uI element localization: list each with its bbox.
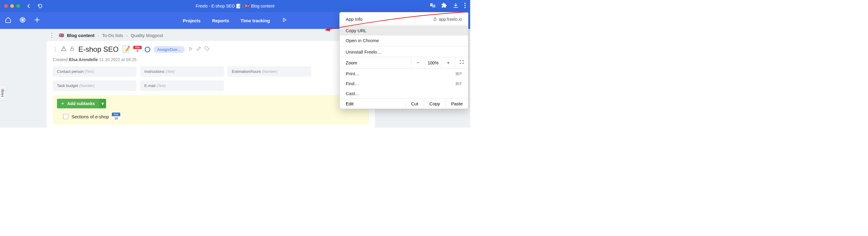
checkbox[interactable] [63,114,68,119]
flag-icon: 🇬🇧 [59,33,64,38]
breadcrumb-more-icon[interactable]: ⋮ [48,32,56,38]
task-emoji-icon: 📝 [122,45,130,53]
lock-icon[interactable] [70,46,75,53]
task-title: E-shop SEO [79,45,119,54]
translate-icon[interactable]: 文A [430,2,436,10]
field-task-budget[interactable]: Task budget(Number) [53,80,136,91]
task-meta: Created Elsa Arendelle 11.10.2022 at 09:… [53,57,369,62]
menu-print[interactable]: Print…⌘P [340,69,468,78]
menu-cast[interactable]: Cast… [340,89,468,98]
download-icon[interactable] [453,2,459,10]
zoom-level: 100% [424,58,441,68]
window-traffic-lights[interactable] [4,4,20,8]
task-more-icon[interactable]: ⋮ [53,46,58,53]
window-close-icon[interactable] [4,4,8,8]
breadcrumb-todolists[interactable]: To-Do lists [102,33,123,38]
browser-context-menu: App Info app.freelo.io Copy URL Open in … [339,12,468,109]
help-tab[interactable]: Help [0,85,6,101]
menu-app-info[interactable]: App Info app.freelo.io [340,14,468,24]
window-minimize-icon[interactable] [10,4,14,8]
field-instructions[interactable]: Instructions(Text) [140,66,224,77]
svg-point-6 [464,7,466,8]
edit-icon[interactable] [196,46,201,53]
browser-menu-icon[interactable] [464,2,466,10]
svg-rect-8 [71,48,74,50]
tag-icon[interactable] [204,46,210,53]
field-contact-person[interactable]: Contact person(Text) [53,66,136,77]
svg-point-5 [464,5,466,6]
svg-text:A: A [433,5,434,7]
svg-rect-11 [434,19,436,21]
extensions-icon[interactable] [441,2,447,10]
play-outline-icon[interactable] [188,46,193,53]
add-icon[interactable] [34,16,40,25]
zoom-out-button[interactable]: − [411,58,424,68]
menu-find[interactable]: Find…⌘F [340,78,468,89]
chevron-icon: › [98,33,99,38]
assign-due-pill[interactable]: Assign/Due… [153,46,184,53]
warning-icon[interactable] [61,46,67,53]
tab-title: Freelo - E-shop SEO 📝 : 🇬🇧 Blog content [195,4,274,8]
add-subtasks-button[interactable]: ＋ Add subtasks ▾ [57,99,106,108]
reload-button[interactable] [37,3,43,9]
date-badge[interactable]: Mar8 [133,46,142,53]
menu-paste[interactable]: Paste [445,99,468,109]
nav-reports[interactable]: Reports [212,18,229,23]
zoom-in-button[interactable]: + [441,58,455,68]
menu-copy-url[interactable]: Copy URL [340,26,468,36]
fullscreen-button[interactable] [455,57,468,68]
menu-uninstall[interactable]: Uninstall Freelo… [340,47,468,57]
svg-text:文: 文 [431,4,433,6]
menu-open-chrome[interactable]: Open in Chrome [340,36,468,45]
wheel-icon[interactable] [19,16,26,25]
nav-projects[interactable]: Projects [183,18,200,23]
field-email[interactable]: E-mail(Text) [140,80,224,91]
chevron-icon: › [126,33,128,38]
progress-ring-icon[interactable] [145,47,150,53]
add-subtasks-dropdown[interactable]: ▾ [99,99,106,108]
menu-copy-text[interactable]: Copy [424,99,445,109]
subtasks-area: ⋮ ＋ Add subtasks ▾ Sections of e-shop Ma… [53,95,369,125]
subtask-row[interactable]: Sections of e-shop Mar16 [57,112,365,121]
menu-cut[interactable]: Cut [405,99,424,109]
menu-edit: Edit Cut Copy Paste [340,98,468,109]
play-icon[interactable] [281,17,287,24]
subtask-title: Sections of e-shop [71,114,109,119]
back-button[interactable] [26,3,31,9]
lock-icon [433,17,437,21]
nav-timetracking[interactable]: Time tracking [241,18,270,23]
svg-point-4 [464,3,466,4]
home-icon[interactable] [5,16,11,25]
date-badge[interactable]: Mar16 [112,112,120,121]
plus-icon: ＋ [61,101,65,106]
menu-zoom: Zoom − 100% + [340,57,468,69]
window-maximize-icon[interactable] [16,4,20,8]
field-estimation[interactable]: Estimation/hours(Number) [227,66,311,77]
breadcrumb-list[interactable]: Quality blogpost [131,33,163,38]
breadcrumb-project[interactable]: Blog content [67,33,95,38]
